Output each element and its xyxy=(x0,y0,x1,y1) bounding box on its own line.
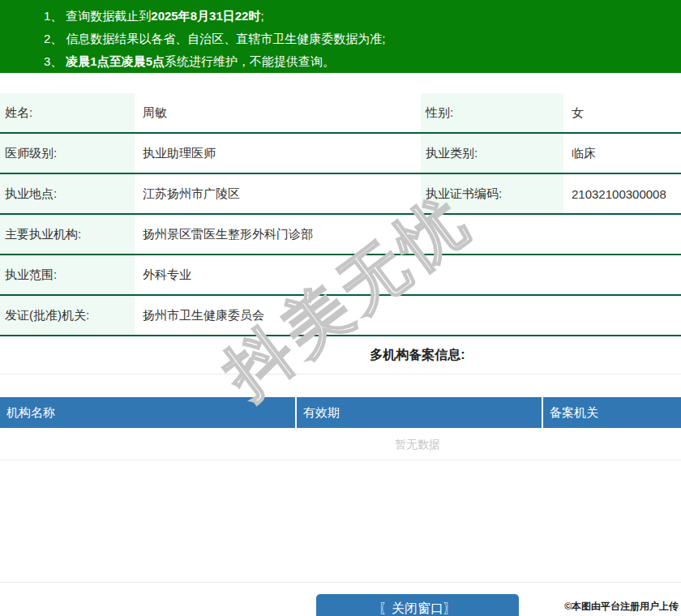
table-row-main-institution: 主要执业机构: 扬州景区雷医生整形外科门诊部 xyxy=(0,215,681,255)
records-table-header: 机构名称 有效期 备案机关 xyxy=(0,397,681,428)
field-value-practice-category: 临床 xyxy=(563,134,681,173)
notice-text: ; xyxy=(260,9,263,23)
field-value-doctor-level: 执业助理医师 xyxy=(135,134,421,173)
close-window-button[interactable]: 〖关闭窗口〗 xyxy=(316,594,519,616)
field-label-gender: 性别: xyxy=(421,93,563,132)
query-result-page: 1、查询数据截止到2025年8月31日22时; 2、信息数据结果以各省、自治区、… xyxy=(0,0,681,616)
field-label-certificate-number: 执业证书编码: xyxy=(421,174,563,213)
notice-banner: 1、查询数据截止到2025年8月31日22时; 2、信息数据结果以各省、自治区、… xyxy=(0,0,681,73)
notice-line-3: 3、凌晨1点至凌晨5点系统进行维护，不能提供查询。 xyxy=(0,50,681,73)
multi-org-section-title: 多机构备案信息: xyxy=(0,336,681,374)
field-value-gender: 女 xyxy=(563,93,681,132)
field-label-doctor-level: 医师级别: xyxy=(0,134,135,173)
field-value-certificate-number: 21032100300008 xyxy=(563,174,681,213)
notice-text: 信息数据结果以各省、自治区、直辖市卫生健康委数据为准; xyxy=(66,32,385,45)
field-label-practice-scope: 执业范围: xyxy=(0,255,135,294)
notice-text: 系统进行维护，不能提供查询。 xyxy=(165,54,335,68)
column-header-institution-name: 机构名称 xyxy=(0,397,297,428)
notice-text: 查询数据截止到 xyxy=(66,9,151,23)
field-value-issuing-authority: 扬州市卫生健康委员会 xyxy=(135,296,681,335)
page-content: 1、查询数据截止到2025年8月31日22时; 2、信息数据结果以各省、自治区、… xyxy=(0,0,681,616)
notice-line-1: 1、查询数据截止到2025年8月31日22时; xyxy=(0,5,681,28)
notice-text-bold: 凌晨1点至凌晨5点 xyxy=(66,54,165,68)
table-row-name-gender: 姓名: 周敏 性别: 女 xyxy=(0,93,681,134)
column-header-filing-authority: 备案机关 xyxy=(543,397,681,428)
notice-number: 3、 xyxy=(44,54,62,68)
table-row-location-certificate: 执业地点: 江苏扬州市广陵区 执业证书编码: 21032100300008 xyxy=(0,174,681,215)
notice-number: 1、 xyxy=(44,9,62,23)
table-row-issuing-authority: 发证(批准)机关: 扬州市卫生健康委员会 xyxy=(0,296,681,336)
notice-text-bold: 2025年8月31日22时 xyxy=(151,9,260,23)
upload-credit-watermark: ©本图由平台注册用户上传 xyxy=(564,600,679,614)
table-row-level-category: 医师级别: 执业助理医师 执业类别: 临床 xyxy=(0,134,681,174)
field-label-practice-location: 执业地点: xyxy=(0,174,135,213)
field-value-main-institution: 扬州景区雷医生整形外科门诊部 xyxy=(135,215,681,254)
field-value-practice-location: 江苏扬州市广陵区 xyxy=(135,174,421,213)
notice-line-2: 2、信息数据结果以各省、自治区、直辖市卫生健康委数据为准; xyxy=(0,28,681,50)
field-label-name: 姓名: xyxy=(0,93,135,132)
records-empty-message: 暂无数据 xyxy=(0,428,681,460)
field-label-main-institution: 主要执业机构: xyxy=(0,215,135,254)
column-header-validity-period: 有效期 xyxy=(297,397,543,428)
field-value-name: 周敏 xyxy=(135,93,421,132)
field-value-practice-scope: 外科专业 xyxy=(135,255,681,294)
field-label-practice-category: 执业类别: xyxy=(421,134,563,173)
field-label-issuing-authority: 发证(批准)机关: xyxy=(0,296,135,335)
notice-number: 2、 xyxy=(44,32,62,45)
table-row-practice-scope: 执业范围: 外科专业 xyxy=(0,255,681,296)
practitioner-info-table: 姓名: 周敏 性别: 女 医师级别: 执业助理医师 执业类别: 临床 执业地点:… xyxy=(0,93,681,336)
